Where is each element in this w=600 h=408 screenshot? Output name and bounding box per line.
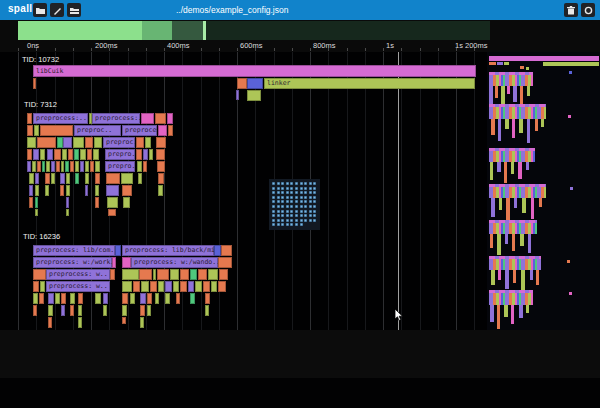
open-file-button[interactable]: [33, 3, 47, 17]
event-dot[interactable]: [281, 223, 284, 226]
flame-rect[interactable]: [122, 293, 128, 304]
event-dot[interactable]: [290, 223, 293, 226]
event-dot[interactable]: [286, 214, 289, 217]
event-dot[interactable]: [309, 187, 312, 190]
flame-rect[interactable]: [173, 281, 179, 292]
flame-rect[interactable]: [122, 317, 126, 324]
flame-rect[interactable]: [140, 317, 144, 328]
flame-rect[interactable]: [48, 305, 53, 316]
flame-rect[interactable]: [62, 149, 67, 160]
flame-rect[interactable]: [35, 173, 39, 184]
event-dot[interactable]: [272, 182, 275, 185]
event-dot[interactable]: [300, 223, 303, 226]
flame-rect[interactable]: [85, 137, 93, 148]
event-dot[interactable]: [295, 205, 298, 208]
flame-rect[interactable]: [158, 185, 163, 196]
minimap-bar[interactable]: [569, 292, 572, 295]
event-dot[interactable]: [304, 191, 307, 194]
flame-rect[interactable]: [139, 269, 152, 280]
flame-rect[interactable]: [138, 173, 142, 184]
event-dot[interactable]: [272, 205, 275, 208]
flame-rect[interactable]: preprocess:..: [33, 113, 88, 124]
flame-rect[interactable]: [33, 78, 36, 89]
event-dot[interactable]: [304, 205, 307, 208]
event-dot[interactable]: [295, 191, 298, 194]
event-dot[interactable]: [281, 187, 284, 190]
event-dot[interactable]: [272, 210, 275, 213]
delete-button[interactable]: [564, 3, 578, 17]
flame-rect[interactable]: [103, 293, 108, 304]
flame-rect[interactable]: [153, 269, 156, 280]
minimap-bar[interactable]: [520, 66, 524, 69]
flame-rect[interactable]: [27, 137, 36, 148]
event-dot[interactable]: [290, 187, 293, 190]
event-dot[interactable]: [300, 191, 303, 194]
event-dot[interactable]: [295, 210, 298, 213]
flame-rect[interactable]: [29, 185, 33, 196]
flame-rect[interactable]: [37, 137, 56, 148]
flame-rect[interactable]: [103, 305, 107, 316]
flame-rect[interactable]: [29, 173, 34, 184]
event-dot[interactable]: [295, 196, 298, 199]
overview-strip-segment[interactable]: [172, 21, 203, 40]
flame-rect[interactable]: preprocess: w:/work..: [33, 257, 112, 268]
flame-rect[interactable]: [93, 149, 99, 160]
flame-rect[interactable]: [133, 281, 140, 292]
flame-rect[interactable]: [110, 269, 115, 280]
flame-rect[interactable]: [78, 293, 83, 304]
flame-rect[interactable]: [40, 281, 45, 292]
minimap-cluster[interactable]: [489, 220, 537, 234]
flame-rect[interactable]: [112, 257, 116, 268]
flame-rect[interactable]: [85, 173, 89, 184]
flame-rect[interactable]: [140, 305, 145, 316]
overview-strip-segment[interactable]: [142, 21, 172, 40]
flame-rect[interactable]: [95, 185, 99, 196]
flame-rect[interactable]: [90, 161, 94, 172]
minimap-cluster[interactable]: [489, 256, 541, 270]
event-dot[interactable]: [281, 205, 284, 208]
event-dot[interactable]: [286, 200, 289, 203]
event-dot[interactable]: [281, 219, 284, 222]
flame-rect[interactable]: [123, 197, 130, 208]
event-dot[interactable]: [304, 200, 307, 203]
flame-rect[interactable]: [236, 90, 239, 100]
flame-rect[interactable]: [180, 269, 189, 280]
event-dot[interactable]: [277, 219, 280, 222]
flame-rect[interactable]: [34, 125, 39, 136]
flame-rect[interactable]: [39, 293, 44, 304]
flame-rect[interactable]: [55, 293, 60, 304]
event-dot[interactable]: [304, 210, 307, 213]
flame-rect[interactable]: [106, 185, 119, 196]
event-dot[interactable]: [304, 219, 307, 222]
minimap-bar[interactable]: [569, 71, 572, 74]
flame-rect[interactable]: [141, 113, 154, 124]
minimap-bar[interactable]: [570, 187, 573, 190]
flame-rect[interactable]: preprocess:..: [92, 113, 140, 124]
flame-rect[interactable]: [130, 293, 135, 304]
minimap-bar[interactable]: [526, 67, 529, 70]
minimap-cluster[interactable]: [489, 148, 535, 162]
flame-rect[interactable]: [66, 185, 70, 196]
event-dot[interactable]: [304, 214, 307, 217]
flame-rect[interactable]: [66, 173, 70, 184]
event-dot[interactable]: [313, 191, 316, 194]
flame-rect[interactable]: [33, 305, 37, 316]
flame-rect[interactable]: [27, 125, 33, 136]
flame-rect[interactable]: [214, 245, 221, 256]
event-dot[interactable]: [300, 182, 303, 185]
flame-rect[interactable]: [158, 173, 164, 184]
event-dot[interactable]: [313, 219, 316, 222]
flame-rect[interactable]: prepro..: [105, 149, 135, 160]
flame-rect[interactable]: [188, 281, 194, 292]
minimap-cluster[interactable]: [489, 104, 546, 119]
event-dot[interactable]: [272, 187, 275, 190]
event-dot[interactable]: [295, 214, 298, 217]
flame-rect[interactable]: [190, 293, 195, 304]
event-dot[interactable]: [277, 196, 280, 199]
flame-rect[interactable]: [60, 173, 65, 184]
flame-rect[interactable]: [158, 281, 164, 292]
flame-rect[interactable]: [219, 269, 228, 280]
flame-rect[interactable]: [70, 305, 74, 316]
flame-rect[interactable]: [95, 161, 100, 172]
flame-rect[interactable]: [157, 161, 165, 172]
